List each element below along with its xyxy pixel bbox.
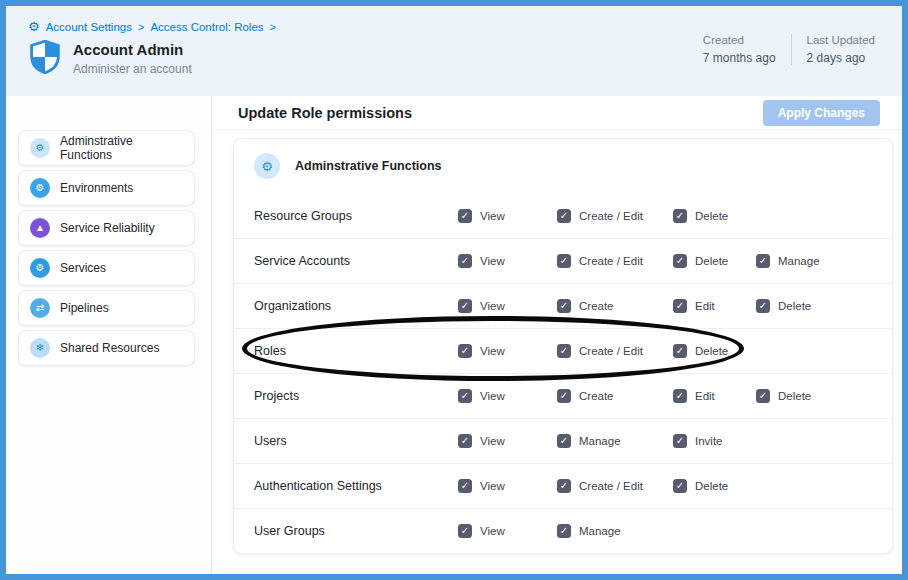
permission-label: View bbox=[480, 255, 505, 267]
permission-cell: View bbox=[458, 434, 557, 448]
permission-label: Delete bbox=[695, 255, 728, 267]
permission-cell: View bbox=[458, 389, 557, 403]
edit-checkbox[interactable] bbox=[673, 299, 687, 313]
permission-cell: Delete bbox=[756, 299, 811, 313]
view-checkbox[interactable] bbox=[458, 524, 472, 538]
permission-label: Delete bbox=[695, 480, 728, 492]
settings-gear-icon: ⚙ bbox=[28, 20, 40, 33]
sidebar-item-environments[interactable]: ⚙ Environments bbox=[18, 170, 195, 206]
permission-label: View bbox=[480, 390, 505, 402]
delete-checkbox[interactable] bbox=[756, 389, 770, 403]
service-reliability-icon: ▲ bbox=[30, 218, 50, 238]
permission-cell: View bbox=[458, 344, 557, 358]
sidebar-item-label: Pipelines bbox=[60, 301, 109, 315]
last-updated-value: 2 days ago bbox=[807, 51, 875, 65]
created-meta: Created 7 months ago bbox=[688, 34, 791, 65]
permission-row: Service Accounts View Create / Edit Dele… bbox=[234, 238, 892, 283]
breadcrumb: ⚙ Account Settings > Access Control: Rol… bbox=[28, 20, 878, 33]
permission-cell: Edit bbox=[673, 389, 756, 403]
view-checkbox[interactable] bbox=[458, 344, 472, 358]
permission-cell: Manage bbox=[756, 254, 820, 268]
create-edit-checkbox[interactable] bbox=[557, 254, 571, 268]
permissions-panel: Update Role permissions Apply Changes ⚙ … bbox=[212, 96, 902, 574]
delete-checkbox[interactable] bbox=[756, 299, 770, 313]
view-checkbox[interactable] bbox=[458, 479, 472, 493]
permission-cell: View bbox=[458, 254, 557, 268]
page-header: ⚙ Account Settings > Access Control: Rol… bbox=[6, 6, 902, 96]
permission-label: Edit bbox=[695, 390, 715, 402]
invite-checkbox[interactable] bbox=[673, 434, 687, 448]
view-checkbox[interactable] bbox=[458, 254, 472, 268]
manage-checkbox[interactable] bbox=[756, 254, 770, 268]
permission-cell: View bbox=[458, 299, 557, 313]
permission-label: Manage bbox=[579, 525, 621, 537]
delete-checkbox[interactable] bbox=[673, 254, 687, 268]
page-title: Account Admin bbox=[73, 41, 192, 58]
admin-functions-gear-icon: ⚙ bbox=[254, 153, 280, 179]
permission-label: Invite bbox=[695, 435, 723, 447]
role-meta: Created 7 months ago Last Updated 2 days… bbox=[688, 34, 890, 65]
permission-cell: Delete bbox=[673, 254, 756, 268]
permission-cell: View bbox=[458, 479, 557, 493]
permission-label: Create / Edit bbox=[579, 480, 643, 492]
edit-checkbox[interactable] bbox=[673, 389, 687, 403]
create-edit-checkbox[interactable] bbox=[557, 479, 571, 493]
shared-resources-icon: ❄ bbox=[30, 338, 50, 358]
permission-label: Create bbox=[579, 390, 614, 402]
permission-row: Resource Groups View Create / Edit Delet… bbox=[234, 193, 892, 238]
sidebar-item-admin-gear[interactable]: ⚙ Adminstrative Functions bbox=[18, 130, 195, 166]
manage-checkbox[interactable] bbox=[557, 434, 571, 448]
view-checkbox[interactable] bbox=[458, 209, 472, 223]
resource-name: Organizations bbox=[254, 299, 458, 313]
view-checkbox[interactable] bbox=[458, 389, 472, 403]
sidebar-item-service-reliability[interactable]: ▲ Service Reliability bbox=[18, 210, 195, 246]
sidebar-item-label: Services bbox=[60, 261, 106, 275]
page-body: ⚙ Adminstrative Functions ⚙ Environments… bbox=[6, 96, 902, 574]
permission-label: Delete bbox=[695, 210, 728, 222]
environments-icon: ⚙ bbox=[30, 178, 50, 198]
sidebar-item-services[interactable]: ⚙ Services bbox=[18, 250, 195, 286]
permission-label: Edit bbox=[695, 300, 715, 312]
create-checkbox[interactable] bbox=[557, 389, 571, 403]
delete-checkbox[interactable] bbox=[673, 344, 687, 358]
permission-cell: Create bbox=[557, 299, 673, 313]
permission-row: Roles View Create / Edit Delete bbox=[234, 328, 892, 373]
sidebar-item-label: Environments bbox=[60, 181, 133, 195]
permission-cell: Create bbox=[557, 389, 673, 403]
permission-label: Delete bbox=[778, 300, 811, 312]
section-header: ⚙ Adminstrative Functions bbox=[234, 139, 892, 193]
permission-cell: Delete bbox=[756, 389, 811, 403]
breadcrumb-separator: > bbox=[270, 21, 276, 33]
permission-label: Manage bbox=[778, 255, 820, 267]
sidebar-item-pipelines[interactable]: ⇄ Pipelines bbox=[18, 290, 195, 326]
page-subtitle: Administer an account bbox=[73, 62, 192, 76]
breadcrumb-account-settings[interactable]: Account Settings bbox=[46, 21, 132, 33]
create-edit-checkbox[interactable] bbox=[557, 344, 571, 358]
permission-label: Manage bbox=[579, 435, 621, 447]
sidebar-item-label: Service Reliability bbox=[60, 221, 155, 235]
breadcrumb-access-control-roles[interactable]: Access Control: Roles bbox=[150, 21, 263, 33]
view-checkbox[interactable] bbox=[458, 299, 472, 313]
resource-name: Resource Groups bbox=[254, 209, 458, 223]
resource-name: Roles bbox=[254, 344, 458, 358]
manage-checkbox[interactable] bbox=[557, 524, 571, 538]
created-label: Created bbox=[703, 34, 776, 46]
create-checkbox[interactable] bbox=[557, 299, 571, 313]
create-edit-checkbox[interactable] bbox=[557, 209, 571, 223]
last-updated-label: Last Updated bbox=[807, 34, 875, 46]
resource-name: Authentication Settings bbox=[254, 479, 458, 493]
apply-changes-button[interactable]: Apply Changes bbox=[763, 100, 880, 126]
permission-cell: Create / Edit bbox=[557, 209, 673, 223]
resource-name: Users bbox=[254, 434, 458, 448]
resource-name: Projects bbox=[254, 389, 458, 403]
delete-checkbox[interactable] bbox=[673, 209, 687, 223]
view-checkbox[interactable] bbox=[458, 434, 472, 448]
delete-checkbox[interactable] bbox=[673, 479, 687, 493]
permission-label: View bbox=[480, 435, 505, 447]
permission-row: Organizations View Create Edit Delete bbox=[234, 283, 892, 328]
permission-cell: Create / Edit bbox=[557, 344, 673, 358]
sidebar-item-shared-resources[interactable]: ❄ Shared Resources bbox=[18, 330, 195, 366]
permission-cell: Manage bbox=[557, 524, 673, 538]
permission-cell: View bbox=[458, 524, 557, 538]
permission-cell: Create / Edit bbox=[557, 254, 673, 268]
